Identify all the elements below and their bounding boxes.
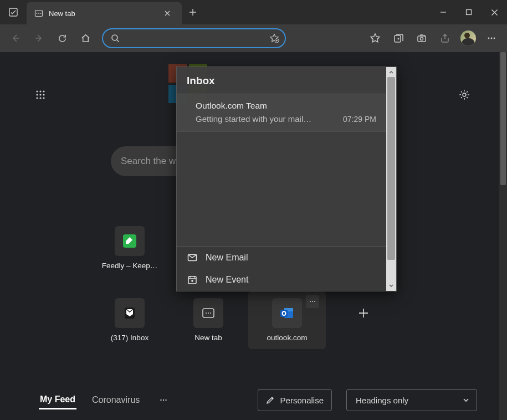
quicklink-label: (317) Inbox xyxy=(94,334,166,342)
chevron-down-icon xyxy=(462,396,470,404)
home-icon xyxy=(80,33,91,44)
profile-button[interactable] xyxy=(457,27,479,49)
new-tab-button[interactable] xyxy=(182,0,204,24)
svg-point-4 xyxy=(40,13,42,14)
personalise-label: Personalise xyxy=(280,396,324,405)
window-maximize-button[interactable] xyxy=(456,0,482,24)
search-icon xyxy=(111,34,120,43)
feedly-icon xyxy=(115,226,145,256)
scrollbar-thumb[interactable] xyxy=(500,52,506,185)
share-button[interactable] xyxy=(434,27,456,49)
quicklink-inbox[interactable]: (317) Inbox xyxy=(91,298,168,342)
svg-point-15 xyxy=(39,90,41,92)
favorites-button[interactable] xyxy=(364,27,386,49)
svg-point-16 xyxy=(43,90,44,92)
address-input[interactable] xyxy=(125,34,264,43)
mail-subject: Getting started with your mail… xyxy=(196,114,311,124)
quicklink-outlook[interactable]: outlook.com xyxy=(248,298,326,342)
flyout-mail-item[interactable]: Outlook.com Team Getting started with yo… xyxy=(177,94,386,132)
tab-close-button[interactable] xyxy=(160,6,175,21)
new-email-label: New Email xyxy=(206,253,248,263)
feed-more-button[interactable] xyxy=(155,392,172,408)
scrollbar-thumb[interactable] xyxy=(387,77,395,260)
pencil-icon xyxy=(266,396,275,404)
outlook-flyout: Inbox Outlook.com Team Getting started w… xyxy=(176,66,397,291)
window-minimize-button[interactable] xyxy=(431,0,456,24)
gear-icon xyxy=(458,89,470,101)
svg-point-10 xyxy=(420,37,423,40)
refresh-button[interactable] xyxy=(51,27,73,49)
toolbar xyxy=(0,24,507,52)
feed-tab-myfeed[interactable]: My Feed xyxy=(39,391,76,409)
svg-point-19 xyxy=(43,94,44,95)
new-event-label: New Event xyxy=(206,275,248,285)
tab-page-icon xyxy=(34,9,43,18)
svg-point-2 xyxy=(37,13,38,14)
svg-point-14 xyxy=(36,90,38,92)
window-close-button[interactable] xyxy=(482,0,507,24)
app-launcher-button[interactable] xyxy=(31,85,50,104)
scroll-down-button[interactable] xyxy=(386,281,396,291)
home-button[interactable] xyxy=(74,27,96,49)
svg-point-21 xyxy=(39,97,41,99)
quicklink-label: New tab xyxy=(172,334,244,342)
arrow-right-icon xyxy=(33,33,44,44)
browser-tab[interactable]: New tab xyxy=(27,2,182,24)
mail-icon xyxy=(187,252,198,263)
svg-point-28 xyxy=(208,313,209,314)
svg-point-29 xyxy=(210,313,211,314)
svg-point-18 xyxy=(39,94,41,95)
personalise-button[interactable]: Personalise xyxy=(258,389,332,411)
screenshot-button[interactable] xyxy=(411,27,433,49)
back-button[interactable] xyxy=(4,27,27,49)
flyout-header: Inbox xyxy=(177,67,386,94)
svg-point-23 xyxy=(463,93,466,96)
page-settings-button[interactable] xyxy=(455,85,474,104)
scroll-up-button[interactable] xyxy=(386,67,396,77)
grid-icon xyxy=(35,89,46,100)
new-email-button[interactable]: New Email xyxy=(177,247,386,269)
refresh-icon xyxy=(57,33,68,44)
svg-rect-5 xyxy=(467,10,472,15)
more-icon xyxy=(486,33,497,44)
avatar-icon xyxy=(460,30,476,46)
quicklink-add[interactable] xyxy=(325,298,402,328)
web-search-box[interactable]: Search the w xyxy=(111,146,180,176)
collections-icon xyxy=(393,33,404,44)
star-icon xyxy=(370,33,381,44)
svg-point-27 xyxy=(206,313,207,314)
browser-window: New tab xyxy=(0,0,507,420)
svg-point-37 xyxy=(161,399,162,401)
layout-select-label: Headings only xyxy=(356,396,408,405)
address-bar[interactable] xyxy=(102,28,286,48)
page-scrollbar[interactable] xyxy=(499,52,507,420)
svg-point-6 xyxy=(112,35,117,40)
plus-icon xyxy=(349,298,378,328)
close-icon xyxy=(164,10,171,17)
close-icon xyxy=(491,9,498,16)
svg-point-11 xyxy=(488,38,490,39)
svg-point-13 xyxy=(494,38,495,39)
svg-point-39 xyxy=(166,399,167,401)
feed-tab-coronavirus[interactable]: Coronavirus xyxy=(91,392,141,408)
svg-point-12 xyxy=(491,38,493,39)
svg-point-20 xyxy=(36,97,38,99)
minimize-icon xyxy=(440,9,447,16)
tab-title: New tab xyxy=(49,9,154,18)
layout-select[interactable]: Headings only xyxy=(346,389,477,411)
menu-button[interactable] xyxy=(480,27,503,49)
quicklink-newtab[interactable]: New tab xyxy=(170,298,247,342)
favorite-add-icon[interactable] xyxy=(269,33,279,43)
tab-actions-button[interactable] xyxy=(0,0,27,24)
new-event-button[interactable]: New Event xyxy=(177,269,386,291)
flyout-scrollbar[interactable] xyxy=(386,67,396,291)
forward-button[interactable] xyxy=(28,27,50,49)
inbox-icon xyxy=(115,298,145,328)
calendar-add-icon xyxy=(187,274,198,285)
feed-bar: My Feed Coronavirus Personalise Headings… xyxy=(39,388,477,412)
collections-button[interactable] xyxy=(387,27,409,49)
quicklink-feedly[interactable]: Feedly – Keep… xyxy=(91,226,168,270)
svg-point-22 xyxy=(43,97,44,99)
newtab-tile-icon xyxy=(193,298,223,328)
titlebar: New tab xyxy=(0,0,507,24)
